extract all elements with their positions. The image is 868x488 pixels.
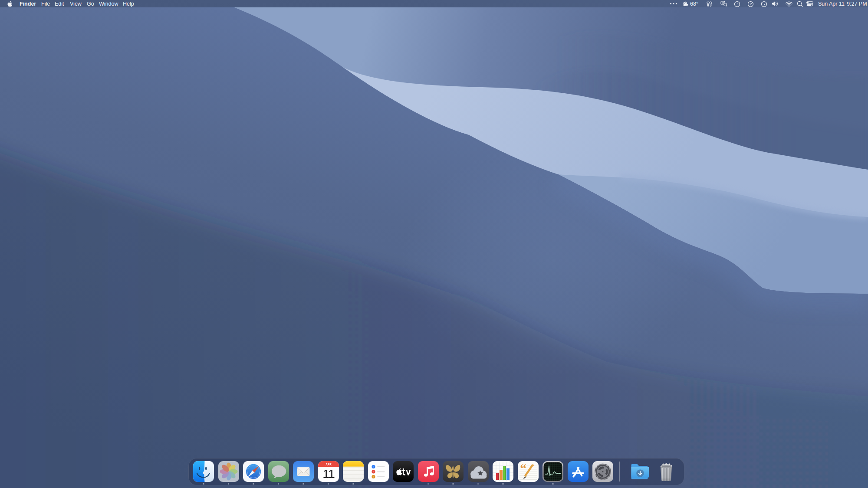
svg-text:APR: APR [326, 463, 332, 466]
svg-text:“: “ [520, 461, 526, 475]
svg-text:11: 11 [322, 467, 335, 481]
